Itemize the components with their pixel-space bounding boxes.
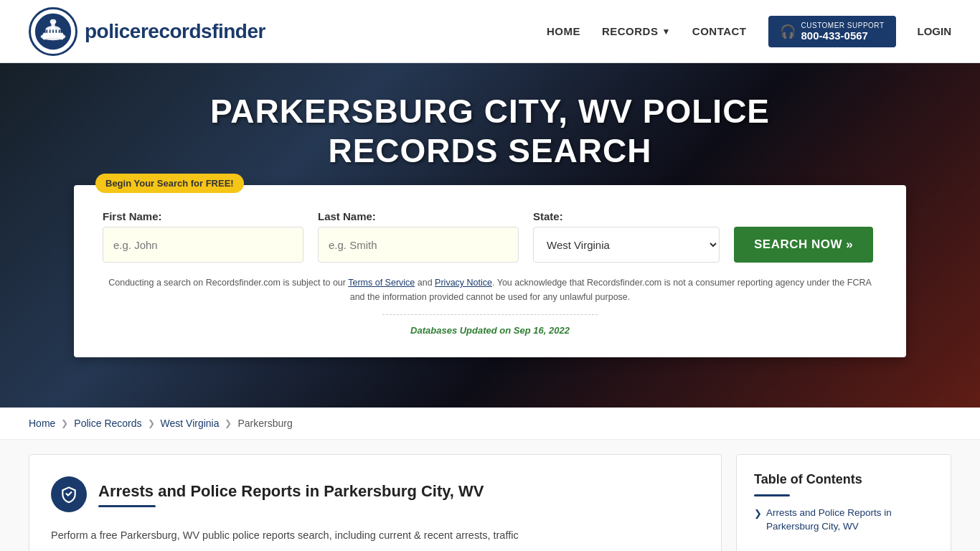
nav-contact[interactable]: CONTACT bbox=[692, 25, 747, 37]
state-field-group: State: AlabamaAlaskaArizonaArkansasCalif… bbox=[533, 210, 720, 263]
toc-title: Table of Contents bbox=[754, 472, 933, 487]
site-header: policerecordsfinder HOME RECORDS ▼ CONTA… bbox=[0, 0, 980, 63]
privacy-link[interactable]: Privacy Notice bbox=[435, 278, 492, 288]
shield-icon bbox=[60, 485, 78, 504]
db-date: Sep 16, 2022 bbox=[514, 325, 570, 336]
toc-link[interactable]: Arrests and Police Reports in Parkersbur… bbox=[766, 507, 933, 534]
db-updated: Databases Updated on Sep 16, 2022 bbox=[103, 325, 877, 336]
article-title: Arrests and Police Reports in Parkersbur… bbox=[98, 482, 484, 501]
svg-point-6 bbox=[50, 19, 57, 24]
nav-records[interactable]: RECORDS ▼ bbox=[602, 25, 671, 37]
toc-chevron-icon: ❯ bbox=[754, 508, 762, 519]
main-nav: HOME RECORDS ▼ CONTACT 🎧 CUSTOMER SUPPOR… bbox=[547, 16, 951, 47]
breadcrumb-sep-3: ❯ bbox=[225, 418, 232, 428]
state-label: State: bbox=[533, 210, 720, 222]
breadcrumb-current: Parkersburg bbox=[237, 418, 292, 429]
first-name-label: First Name: bbox=[103, 210, 303, 222]
logo-icon bbox=[29, 7, 77, 56]
free-badge: Begin Your Search for FREE! bbox=[95, 174, 244, 193]
search-container: Begin Your Search for FREE! First Name: … bbox=[74, 185, 906, 357]
article-underline bbox=[98, 505, 156, 507]
main-content: Arrests and Police Reports in Parkersbur… bbox=[0, 440, 980, 551]
logo-text: policerecordsfinder bbox=[85, 20, 265, 43]
search-fields: First Name: Last Name: State: AlabamaAla… bbox=[103, 210, 877, 263]
svg-rect-7 bbox=[43, 36, 45, 39]
last-name-label: Last Name: bbox=[318, 210, 519, 222]
breadcrumb-home[interactable]: Home bbox=[29, 418, 55, 429]
svg-rect-13 bbox=[59, 29, 60, 32]
disclaimer-text: Conducting a search on Recordsfinder.com… bbox=[103, 276, 877, 304]
divider bbox=[382, 314, 598, 315]
nav-home[interactable]: HOME bbox=[547, 25, 580, 37]
page-title: PARKERSBURG CITY, WV POLICE RECORDS SEAR… bbox=[167, 92, 813, 171]
search-button[interactable]: SEARCH NOW » bbox=[734, 227, 873, 263]
svg-rect-2 bbox=[43, 32, 63, 37]
article-body: Perform a free Parkersburg, WV public po… bbox=[51, 527, 699, 545]
headset-icon: 🎧 bbox=[780, 24, 796, 39]
svg-rect-10 bbox=[50, 29, 51, 32]
breadcrumb: Home ❯ Police Records ❯ West Virginia ❯ … bbox=[0, 408, 980, 440]
toc-item[interactable]: ❯ Arrests and Police Reports in Parkersb… bbox=[754, 507, 933, 534]
shield-icon-circle bbox=[51, 476, 87, 512]
customer-support-button[interactable]: 🎧 CUSTOMER SUPPORT 800-433-0567 bbox=[768, 16, 896, 47]
support-label: CUSTOMER SUPPORT bbox=[801, 22, 885, 29]
first-name-input[interactable] bbox=[103, 227, 303, 263]
first-name-field-group: First Name: bbox=[103, 210, 303, 263]
svg-rect-12 bbox=[55, 29, 57, 32]
breadcrumb-sep-2: ❯ bbox=[148, 418, 155, 428]
support-number: 800-433-0567 bbox=[801, 29, 885, 42]
svg-rect-8 bbox=[60, 36, 62, 39]
logo[interactable]: policerecordsfinder bbox=[29, 7, 265, 56]
breadcrumb-sep-1: ❯ bbox=[61, 418, 68, 428]
chevron-down-icon: ▼ bbox=[661, 27, 670, 37]
hero-section: PARKERSBURG CITY, WV POLICE RECORDS SEAR… bbox=[0, 63, 980, 408]
last-name-input[interactable] bbox=[318, 227, 519, 263]
nav-login[interactable]: LOGIN bbox=[918, 25, 952, 37]
toc-divider bbox=[754, 494, 790, 496]
svg-rect-9 bbox=[46, 29, 47, 32]
breadcrumb-police-records[interactable]: Police Records bbox=[74, 418, 141, 429]
state-select[interactable]: AlabamaAlaskaArizonaArkansasCaliforniaCo… bbox=[533, 227, 720, 263]
article: Arrests and Police Reports in Parkersbur… bbox=[29, 454, 722, 551]
article-header: Arrests and Police Reports in Parkersbur… bbox=[51, 476, 699, 512]
table-of-contents: Table of Contents ❯ Arrests and Police R… bbox=[736, 454, 951, 551]
svg-rect-11 bbox=[52, 29, 54, 32]
terms-link[interactable]: Terms of Service bbox=[348, 278, 415, 288]
breadcrumb-west-virginia[interactable]: West Virginia bbox=[161, 418, 220, 429]
last-name-field-group: Last Name: bbox=[318, 210, 519, 263]
